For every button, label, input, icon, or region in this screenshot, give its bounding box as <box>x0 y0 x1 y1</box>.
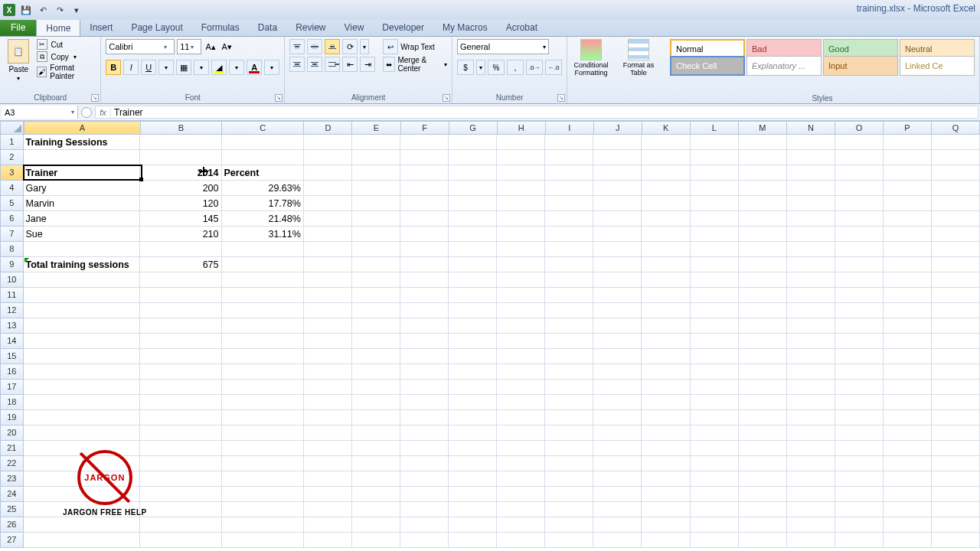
cell[interactable] <box>787 242 835 257</box>
align-top-button[interactable] <box>289 39 305 54</box>
row-header[interactable]: 24 <box>0 487 24 502</box>
font-color-dropdown-icon[interactable]: ▾ <box>264 60 279 75</box>
cell[interactable] <box>691 533 739 548</box>
cell[interactable] <box>884 227 932 242</box>
cell[interactable] <box>642 242 690 257</box>
cell[interactable] <box>835 211 884 227</box>
increase-decimal-button[interactable]: .0→ <box>526 60 543 75</box>
cell[interactable] <box>497 471 545 487</box>
cell[interactable] <box>593 318 642 334</box>
cell[interactable] <box>545 364 593 380</box>
cell[interactable] <box>691 487 739 502</box>
cell[interactable] <box>884 150 932 165</box>
cell[interactable] <box>593 533 642 548</box>
cell[interactable] <box>352 257 400 272</box>
cell[interactable] <box>352 272 400 288</box>
cell[interactable] <box>304 349 352 364</box>
tab-acrobat[interactable]: Acrobat <box>497 20 547 36</box>
cell[interactable] <box>352 517 400 533</box>
cell[interactable] <box>24 425 141 441</box>
cell[interactable] <box>593 441 642 456</box>
cell[interactable] <box>884 471 932 487</box>
cell[interactable] <box>691 135 739 150</box>
cell[interactable] <box>497 272 545 288</box>
undo-icon[interactable]: ↶ <box>37 4 49 16</box>
cell[interactable] <box>932 502 980 517</box>
cell[interactable] <box>352 150 400 165</box>
cell[interactable] <box>352 487 400 502</box>
cell[interactable] <box>24 288 141 303</box>
cell[interactable] <box>497 181 545 196</box>
cell[interactable] <box>304 288 352 303</box>
row-header[interactable]: 11 <box>0 288 24 303</box>
cell[interactable] <box>140 242 221 257</box>
cell[interactable] <box>932 257 980 272</box>
font-size-select[interactable]: 11▾ <box>177 39 201 54</box>
cell[interactable] <box>449 135 497 150</box>
cell[interactable] <box>787 227 835 242</box>
cell-style-input[interactable]: Input <box>823 56 898 76</box>
cell[interactable] <box>884 272 932 288</box>
cell[interactable] <box>400 135 449 150</box>
cell[interactable] <box>222 303 304 318</box>
cell[interactable] <box>497 196 545 211</box>
cell[interactable] <box>222 487 304 502</box>
cell[interactable] <box>400 533 449 548</box>
cell[interactable] <box>449 349 497 364</box>
cell[interactable] <box>739 334 787 349</box>
cell[interactable] <box>497 318 545 334</box>
cell[interactable] <box>304 456 352 471</box>
cell[interactable] <box>593 165 642 181</box>
cell[interactable] <box>787 288 835 303</box>
cell[interactable] <box>222 364 304 380</box>
decrease-indent-button[interactable]: ⇤ <box>342 57 358 72</box>
cell[interactable] <box>140 288 221 303</box>
align-left-button[interactable] <box>289 57 305 72</box>
cell[interactable] <box>304 502 352 517</box>
cell[interactable] <box>739 395 787 410</box>
cell[interactable] <box>304 517 352 533</box>
underline-dropdown-icon[interactable]: ▾ <box>158 60 174 75</box>
cell[interactable] <box>304 165 352 181</box>
cell[interactable] <box>884 181 932 196</box>
cell[interactable] <box>835 318 884 334</box>
cell[interactable] <box>593 517 642 533</box>
cell[interactable] <box>400 242 449 257</box>
cell[interactable] <box>497 456 545 471</box>
wrap-text-button[interactable]: ↩Wrap Text <box>383 39 447 54</box>
cell[interactable] <box>835 242 884 257</box>
alignment-launcher-icon[interactable]: ↘ <box>443 94 450 102</box>
worksheet[interactable]: A B C D E F G H I J K L M N O P Q 1Train… <box>0 121 980 548</box>
cell[interactable] <box>835 165 884 181</box>
cell[interactable] <box>400 288 449 303</box>
cell[interactable] <box>352 533 400 548</box>
cell[interactable] <box>352 288 400 303</box>
increase-font-icon[interactable]: A▴ <box>204 39 217 54</box>
cell[interactable] <box>642 533 690 548</box>
cell[interactable] <box>642 227 690 242</box>
cell[interactable] <box>787 533 835 548</box>
cell[interactable] <box>932 334 980 349</box>
cell[interactable] <box>352 242 400 257</box>
cell[interactable] <box>352 196 400 211</box>
cell[interactable] <box>545 502 593 517</box>
cell[interactable] <box>140 318 221 334</box>
cell[interactable] <box>449 272 497 288</box>
cell[interactable] <box>739 487 787 502</box>
cell[interactable] <box>545 150 593 165</box>
cell[interactable] <box>691 303 739 318</box>
cell[interactable] <box>932 441 980 456</box>
cell[interactable] <box>932 487 980 502</box>
cell[interactable]: Percent <box>222 165 304 181</box>
merge-center-button[interactable]: ⬌Merge & Center▾ <box>383 57 447 72</box>
cell[interactable] <box>787 181 835 196</box>
cell[interactable] <box>593 487 642 502</box>
cell[interactable] <box>593 242 642 257</box>
cell[interactable] <box>304 196 352 211</box>
cancel-icon[interactable] <box>81 107 92 118</box>
cell[interactable] <box>739 150 787 165</box>
cell[interactable] <box>593 502 642 517</box>
cell[interactable] <box>593 349 642 364</box>
cell[interactable] <box>400 318 449 334</box>
cell[interactable] <box>140 364 221 380</box>
